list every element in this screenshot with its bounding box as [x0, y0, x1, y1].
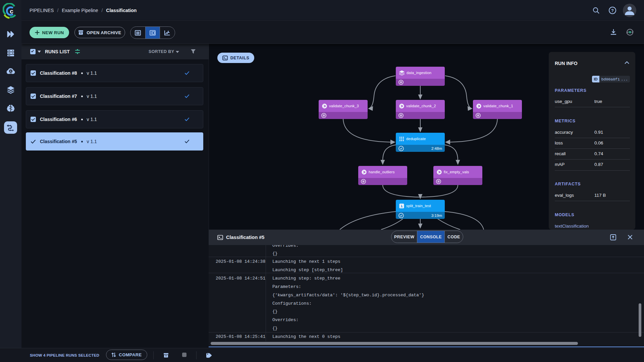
svg-text:?: ? [611, 8, 614, 13]
svg-text:c: c [10, 8, 13, 15]
svg-text:λ: λ [400, 204, 402, 208]
